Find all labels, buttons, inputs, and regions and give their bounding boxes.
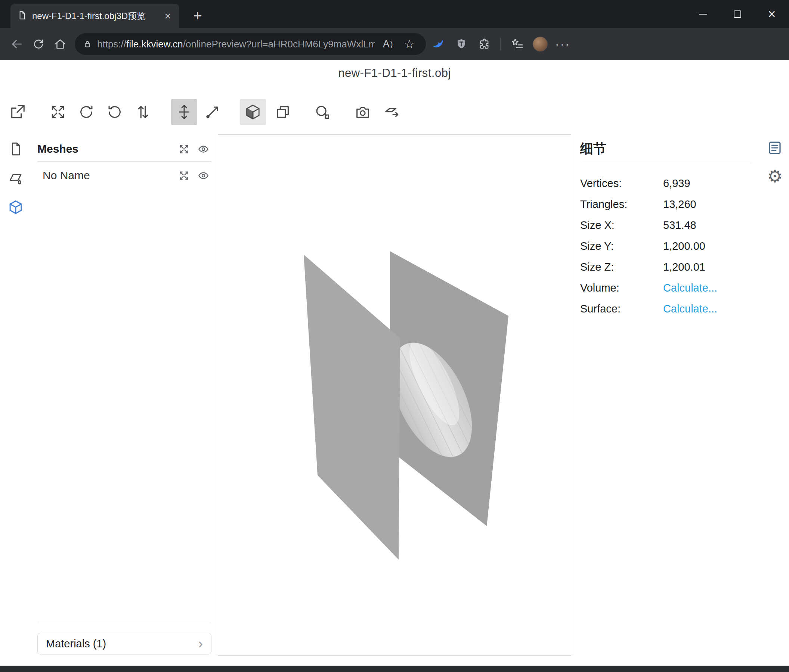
detail-row-size-y: Size Y: 1,200.00 — [580, 236, 752, 256]
minimize-icon — [699, 14, 707, 14]
viewer-right-rail: ⚙ — [763, 137, 787, 187]
tab-close-icon[interactable]: × — [163, 10, 172, 22]
detail-row-surface: Surface: Calculate... — [580, 298, 752, 319]
maximize-icon — [734, 10, 741, 18]
detail-row-volume: Volume: Calculate... — [580, 277, 752, 298]
extension-bird-icon[interactable] — [427, 33, 449, 55]
shaded-view-button[interactable] — [240, 99, 266, 125]
details-list-icon — [767, 140, 783, 156]
model-tree-tab[interactable] — [0, 193, 31, 222]
file-info-tab[interactable] — [0, 134, 31, 164]
document-icon — [8, 141, 24, 157]
model-cube-icon — [8, 199, 24, 215]
gear-icon: ⚙ — [767, 168, 782, 185]
draw-line-button[interactable] — [200, 99, 226, 125]
read-aloud-button[interactable]: A) — [380, 38, 396, 50]
open-file-icon — [9, 104, 26, 121]
refresh-button[interactable] — [28, 33, 50, 55]
rotate-cw-button[interactable] — [73, 99, 99, 125]
expand-icon — [178, 170, 190, 182]
maximize-button[interactable] — [720, 0, 755, 28]
new-tab-button[interactable]: + — [188, 7, 207, 25]
calculate-volume-link[interactable]: Calculate... — [663, 282, 717, 294]
mesh-list-item[interactable]: No Name — [37, 165, 211, 186]
ortho-view-button[interactable] — [270, 99, 296, 125]
browser-menu-button[interactable]: ··· — [552, 37, 573, 51]
divider — [37, 161, 211, 162]
minimize-button[interactable] — [686, 0, 720, 28]
details-heading: 细节 — [580, 139, 752, 158]
home-button[interactable] — [50, 33, 71, 55]
draw-line-icon — [204, 104, 221, 121]
calculate-surface-link[interactable]: Calculate... — [663, 303, 717, 315]
detail-label: Surface: — [580, 303, 663, 315]
toggle-all-visibility-button[interactable] — [195, 141, 211, 157]
toggle-mesh-visibility-button[interactable] — [195, 167, 211, 184]
refresh-icon — [32, 38, 45, 50]
detail-row-vertices: Vertices: 6,939 — [580, 173, 752, 194]
zoom-to-mesh-button[interactable] — [176, 167, 192, 184]
materials-tab[interactable] — [0, 164, 31, 193]
lock-icon — [83, 40, 92, 49]
detail-label: Size Z: — [580, 261, 663, 273]
avatar[interactable] — [533, 37, 548, 51]
close-window-button[interactable]: × — [755, 0, 789, 28]
extensions-puzzle-icon[interactable] — [474, 33, 495, 55]
browser-tab[interactable]: new-F1-D1-1-first.obj3D预览 × — [10, 4, 179, 28]
viewer-toolbar — [5, 98, 405, 126]
detail-value: 6,939 — [663, 177, 690, 189]
pan-vertical-icon — [176, 104, 193, 121]
detail-value: 1,200.01 — [663, 261, 705, 273]
materials-label: Materials (1) — [46, 638, 106, 650]
model-left-plane — [304, 255, 400, 560]
up-down-arrows-icon — [134, 104, 152, 121]
browser-titlebar: new-F1-D1-1-first.obj3D预览 × + × — [0, 0, 789, 28]
fit-view-icon — [50, 104, 67, 121]
back-button[interactable] — [6, 33, 28, 55]
screenshot-button[interactable] — [350, 99, 376, 125]
rotate-cw-icon — [78, 104, 95, 121]
camera-icon — [354, 104, 371, 121]
url-text: https://file.kkview.cn/onlinePreview?url… — [97, 38, 375, 50]
material-sheet-icon — [8, 170, 24, 186]
flip-vertical-button[interactable] — [130, 99, 156, 125]
home-icon — [54, 38, 67, 50]
eye-icon — [198, 170, 209, 182]
details-toggle-button[interactable] — [764, 137, 785, 158]
meshes-header-label: Meshes — [37, 143, 78, 155]
favorites-hub-icon[interactable] — [506, 33, 528, 55]
tab-favicon-icon — [17, 10, 27, 22]
export-model-button[interactable] — [379, 99, 405, 125]
detail-value: 13,260 — [663, 198, 696, 210]
mesh-name: No Name — [43, 169, 90, 182]
close-icon: × — [768, 6, 776, 22]
detail-value: 1,200.00 — [663, 240, 705, 252]
divider — [580, 163, 752, 163]
settings-button[interactable]: ⚙ — [764, 166, 785, 187]
zoom-to-all-button[interactable] — [176, 141, 192, 157]
extension-shield-icon[interactable] — [450, 33, 472, 55]
favorite-star-icon[interactable]: ☆ — [401, 37, 418, 51]
back-arrow-icon — [10, 37, 24, 51]
url-bar[interactable]: https://file.kkview.cn/onlinePreview?url… — [75, 33, 426, 55]
url-domain: file.kkview.cn — [126, 38, 183, 49]
fit-view-button[interactable] — [45, 99, 71, 125]
materials-button[interactable]: Materials (1) › — [37, 633, 211, 654]
detail-row-size-z: Size Z: 1,200.01 — [580, 256, 752, 277]
model-viewport[interactable] — [218, 134, 571, 656]
export-model-icon — [383, 104, 401, 121]
detail-label: Size X: — [580, 219, 663, 231]
measure-button[interactable] — [309, 99, 335, 125]
meshes-header: Meshes — [37, 139, 211, 159]
window-controls: × — [686, 0, 789, 28]
shaded-cube-icon — [244, 104, 262, 121]
detail-label: Triangles: — [580, 198, 663, 210]
detail-label: Vertices: — [580, 177, 663, 189]
detail-row-triangles: Triangles: 13,260 — [580, 194, 752, 215]
detail-value: 531.48 — [663, 219, 696, 231]
rotate-ccw-button[interactable] — [102, 99, 128, 125]
pan-vertical-button[interactable] — [171, 99, 197, 125]
open-file-button[interactable] — [5, 99, 30, 125]
materials-area: Materials (1) › — [37, 621, 211, 654]
details-rows: Vertices: 6,939 Triangles: 13,260 Size X… — [580, 173, 752, 319]
